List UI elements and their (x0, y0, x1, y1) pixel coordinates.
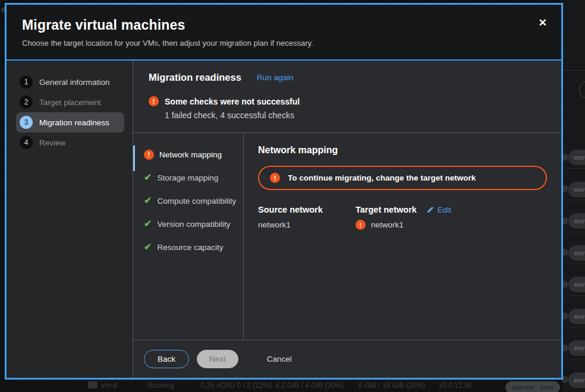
step-content: Migration readiness Run again ! Some che… (133, 61, 561, 378)
success-check-icon: ✔ (144, 173, 152, 182)
vm-icon (88, 381, 98, 388)
close-icon[interactable]: ✕ (539, 18, 547, 28)
source-network-column: Source network network1 (258, 205, 356, 230)
wizard-nav: 1 General information 2 Target placement… (7, 61, 133, 378)
detail-heading: Network mapping (258, 145, 547, 156)
check-compute-compatibility[interactable]: ✔ Compute compatibility (144, 195, 243, 206)
check-detail-panel: Network mapping ! To continue migrating,… (244, 133, 561, 340)
step-number-badge: 1 (20, 75, 33, 88)
env-label-pill: env= (568, 277, 585, 292)
source-network-value: network1 (258, 220, 356, 229)
background-divider (563, 70, 585, 71)
check-label: Resource capacity (157, 243, 223, 252)
background-row-divider (564, 263, 585, 264)
background-row-divider (564, 200, 585, 200)
step-review[interactable]: 4 Review (16, 132, 124, 153)
step-label: Review (39, 138, 65, 147)
error-icon: ! (270, 173, 280, 183)
migrate-vms-modal: Migrate virtual machines Choose the targ… (5, 3, 563, 380)
background-row-divider (564, 359, 585, 359)
pencil-icon (426, 206, 434, 214)
target-network-column: Target network Edit ! netwo (356, 205, 451, 230)
step-target-placement[interactable]: 2 Target placement (16, 92, 124, 112)
target-network-label: Target network (356, 205, 417, 214)
cancel-button[interactable]: Cancel (267, 355, 292, 363)
check-label: Version compatibility (157, 220, 230, 229)
network-mapping-alert: ! To continue migrating, change the targ… (258, 166, 547, 190)
wizard-footer: Back Next Cancel (133, 340, 561, 378)
error-icon: ! (149, 96, 159, 106)
modal-subtitle: Choose the target location for your VMs,… (22, 39, 546, 48)
modal-header: Migrate virtual machines Choose the targ… (7, 5, 561, 59)
alert-text: To continue migrating, change the target… (288, 173, 476, 182)
env-label-pill: env= (568, 309, 585, 324)
step-migration-readiness[interactable]: 3 Migration readiness (16, 112, 124, 132)
background-row-divider (564, 295, 585, 296)
step-number-badge: 2 (20, 96, 33, 109)
readiness-heading: Migration readiness (149, 72, 241, 83)
step-number-badge: 3 (20, 116, 33, 129)
readiness-inline-alert: ! Some checks were not successful (149, 96, 546, 106)
edit-label: Edit (438, 206, 451, 214)
background-row-divider (564, 168, 585, 169)
network-mapping-columns: Source network network1 Target network (258, 205, 547, 230)
step-label: Migration readiness (39, 118, 109, 127)
check-version-compatibility[interactable]: ✔ Version compatibility (144, 219, 243, 229)
check-label: Storage mapping (157, 173, 218, 182)
alert-detail: 1 failed check, 4 successful checks (165, 110, 546, 120)
check-label: Network mapping (159, 150, 222, 159)
background-row-divider (564, 327, 585, 327)
target-network-value: network1 (371, 220, 404, 229)
success-check-icon: ✔ (144, 219, 152, 229)
step-label: General information (39, 78, 110, 87)
env-label-pill: env= (568, 213, 585, 229)
edit-target-network-link[interactable]: Edit (426, 206, 451, 214)
env-label-pill: env= (568, 245, 585, 261)
selected-check-indicator (133, 146, 135, 171)
background-row-divider (564, 232, 585, 232)
env-label-pill: env= (568, 150, 585, 165)
env-label-pill: env= (568, 340, 585, 356)
readiness-summary-section: Migration readiness Run again ! Some che… (133, 61, 561, 132)
env-label-pill: env= (568, 182, 585, 197)
step-label: Target placement (39, 98, 101, 107)
vm-name-cell: vm-8 (101, 381, 117, 390)
run-again-link[interactable]: Run again (257, 73, 294, 82)
checks-list: ! Network mapping ✔ Storage mapping ✔ Co… (133, 133, 244, 340)
modal-body: 1 General information 2 Target placement… (7, 59, 561, 378)
error-icon: ! (356, 220, 366, 230)
background-table-row: vm-8 Running 0.25 vCPU 0 / 2 (12%) 4.2 G… (0, 379, 585, 392)
step-number-badge: 4 (20, 136, 33, 149)
status-cell: Running (147, 381, 174, 390)
check-network-mapping[interactable]: ! Network mapping (144, 149, 243, 160)
success-check-icon: ✔ (144, 242, 152, 252)
check-storage-mapping[interactable]: ✔ Storage mapping (144, 172, 243, 183)
modal-title: Migrate virtual machines (22, 17, 546, 33)
check-label: Compute compatibility (157, 197, 236, 206)
cpu-cell: 0.25 vCPU 0 / 2 (12%) (200, 381, 272, 390)
check-resource-capacity[interactable]: ✔ Resource capacity (144, 242, 243, 252)
alert-title: Some checks were not successful (165, 96, 300, 106)
memory-cell: 4.2 GiB / 4 GiB (30%) (275, 381, 344, 390)
success-check-icon: ✔ (144, 196, 152, 206)
ip-cell: 10.0.12.34 (438, 381, 472, 390)
checks-area: ! Network mapping ✔ Storage mapping ✔ Co… (133, 133, 561, 340)
error-icon: ! (144, 150, 154, 160)
env-label-pill: env= (534, 381, 560, 392)
step-general-information[interactable]: 1 General information (16, 72, 124, 92)
storage-cell: 8 GiB / 16 GiB (20%) (358, 381, 425, 390)
next-button-disabled[interactable]: Next (197, 350, 238, 368)
source-network-label: Source network (258, 205, 356, 214)
back-button[interactable]: Back (144, 350, 189, 368)
